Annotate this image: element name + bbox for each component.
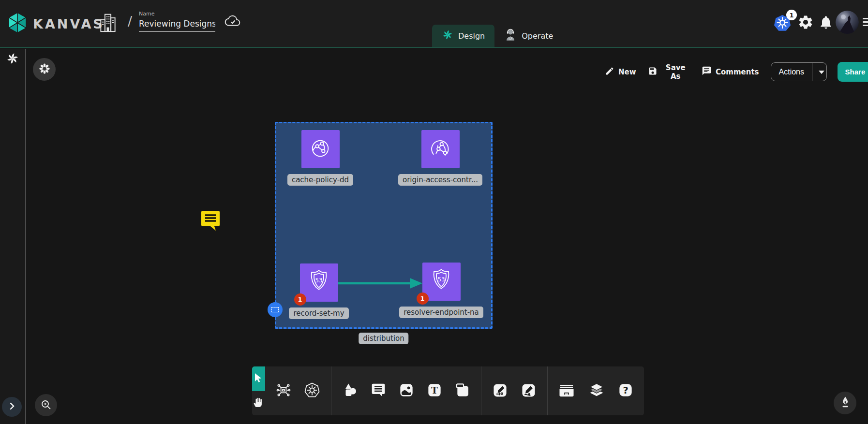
new-button[interactable]: New: [605, 66, 636, 78]
organization-button[interactable]: [98, 13, 118, 35]
design-name-field: Name: [139, 11, 215, 32]
save-as-label: Save As: [661, 63, 690, 81]
tab-design-label: Design: [458, 31, 485, 41]
kanvas-logo[interactable]: KANVAS: [7, 12, 105, 36]
kubernetes-icon: [773, 25, 792, 34]
tab-operate[interactable]: Operate: [494, 25, 563, 47]
drawer-icon: [558, 382, 575, 400]
select-pan-column: [252, 366, 265, 415]
comment-icon: [702, 66, 712, 78]
node-label[interactable]: record-set-my: [289, 307, 348, 319]
mode-tabs: Design Operate: [432, 25, 563, 47]
node-origin-access-control[interactable]: origin-access-contr...: [399, 130, 481, 186]
cursor-icon: [253, 372, 264, 385]
globe-network-icon: [426, 134, 454, 164]
app-root: KANVAS / Name: [0, 0, 868, 424]
name-field-label: Name: [139, 11, 215, 17]
tab-design[interactable]: Design: [432, 25, 494, 47]
image-icon: [399, 382, 414, 399]
tab-operate-label: Operate: [522, 31, 553, 41]
help-icon: ?: [618, 382, 633, 399]
user-avatar[interactable]: [836, 11, 859, 34]
k8s-count-badge: 1: [786, 10, 797, 20]
gear-icon: [797, 25, 814, 32]
pen-mode-button[interactable]: [834, 392, 856, 414]
caret-down-icon[interactable]: [812, 63, 827, 81]
tool-comment[interactable]: [371, 382, 386, 399]
cache-policy-square[interactable]: [301, 130, 340, 168]
dashed-rect-handle-icon: [271, 307, 279, 312]
toolbar-group-library: ?: [547, 366, 644, 415]
tool-integrations[interactable]: [276, 382, 291, 399]
group-label[interactable]: distribution: [359, 333, 408, 344]
share-label: Share: [838, 62, 868, 82]
kubernetes-status-button[interactable]: 1: [773, 14, 794, 33]
notifications-button[interactable]: [818, 14, 834, 32]
node-label[interactable]: resolver-endpoint-na: [399, 307, 483, 318]
floppy-icon: [648, 66, 658, 78]
pencil-icon: [605, 66, 614, 78]
svg-text:?: ?: [623, 385, 628, 396]
layers-icon: [588, 381, 605, 400]
freehand-pencil-icon: [521, 382, 537, 400]
zoom-in-icon: [40, 399, 52, 412]
node-cache-policy[interactable]: cache-policy-dd: [279, 130, 361, 186]
selection-group-distribution[interactable]: cache-policy-dd origin-access-contr...: [275, 122, 493, 329]
design-name-input[interactable]: [139, 18, 215, 32]
connection-arrow[interactable]: [337, 276, 423, 292]
comment-marker[interactable]: [200, 209, 221, 234]
route53-shield-icon: 53: [427, 267, 455, 297]
flower-settings-icon: [38, 62, 51, 76]
group-drag-handle[interactable]: [268, 302, 283, 317]
tool-text[interactable]: T: [427, 382, 442, 399]
kanvas-logo-icon: [7, 12, 28, 36]
menu-icon[interactable]: [863, 16, 868, 28]
canvas-settings-button[interactable]: [33, 58, 56, 81]
route53-shield-icon: 53: [305, 268, 333, 298]
count-badge: 1: [417, 292, 429, 305]
tool-help[interactable]: ?: [618, 382, 633, 399]
share-button[interactable]: Share: [838, 62, 868, 82]
settings-button[interactable]: [797, 14, 814, 32]
brand-title: KANVAS: [33, 16, 105, 31]
actions-dropdown-button[interactable]: Actions: [771, 62, 827, 81]
shapes-icon: [342, 382, 358, 400]
operate-headset-icon: [504, 28, 517, 44]
tool-sticky-note[interactable]: [455, 382, 470, 399]
kubernetes-wheel-icon: [304, 382, 320, 400]
pen-nib-icon: [839, 396, 851, 410]
origin-access-square[interactable]: [421, 130, 460, 168]
toolbar-group-draw: [481, 366, 547, 415]
tool-select[interactable]: [252, 366, 265, 391]
left-sidebar: [0, 49, 26, 424]
tool-freehand-pencil[interactable]: [521, 382, 537, 400]
save-as-button[interactable]: Save As: [648, 63, 690, 81]
hand-icon: [253, 396, 264, 410]
tool-pan[interactable]: [252, 391, 265, 416]
zoom-in-button[interactable]: [35, 394, 57, 416]
tool-shapes[interactable]: [342, 382, 358, 400]
svg-text:T: T: [431, 385, 438, 395]
canvas-action-bar: New Save As Comments Actions: [605, 62, 868, 82]
tool-layers[interactable]: [588, 381, 605, 400]
node-label[interactable]: cache-policy-dd: [287, 174, 353, 186]
resolver-endpoint-square[interactable]: 53 1: [422, 263, 461, 301]
bell-icon: [818, 25, 834, 32]
sidebar-pinwheel-icon[interactable]: [6, 52, 19, 67]
tool-component-drawer[interactable]: [558, 382, 575, 400]
edge-pen-icon: [492, 382, 508, 400]
tool-edge-pen[interactable]: [492, 382, 508, 400]
count-badge: 1: [294, 293, 306, 306]
comments-button[interactable]: Comments: [702, 66, 759, 78]
comment-tool-icon: [371, 382, 386, 399]
sticky-note-icon: [455, 382, 470, 399]
chip-icon: [276, 382, 291, 399]
tools-toolbar: T: [252, 366, 644, 415]
tool-kubernetes[interactable]: [304, 382, 320, 400]
tool-image[interactable]: [399, 382, 414, 399]
text-icon: T: [427, 382, 442, 399]
record-set-square[interactable]: 53 1: [300, 263, 338, 302]
node-label[interactable]: origin-access-contr...: [398, 174, 482, 186]
cloud-sync-icon[interactable]: [224, 15, 242, 31]
sidebar-expand-button[interactable]: [2, 397, 22, 417]
